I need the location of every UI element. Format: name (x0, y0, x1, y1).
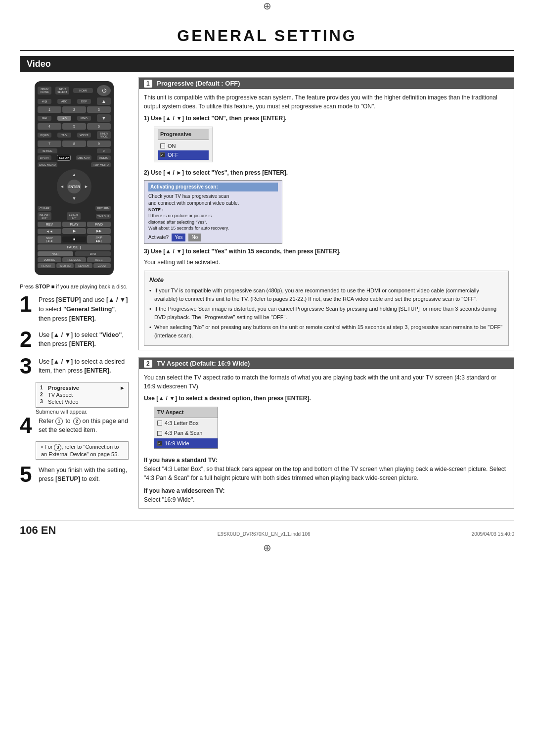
tuv-btn[interactable]: TUV (57, 133, 71, 138)
hdmi-btn[interactable]: HDMI (73, 88, 93, 93)
stop-btn[interactable]: ■ (62, 236, 86, 242)
zoom-btn[interactable]: ZOOM (93, 263, 111, 268)
play-speed-btn[interactable]: 1.3x0.4xPLAY (67, 212, 81, 220)
space-btn[interactable]: SPACE (38, 148, 57, 153)
instant-skip-btn[interactable]: INSTANTSKIP (38, 212, 51, 220)
display-btn[interactable]: DISPLAY (76, 155, 91, 160)
activate-row: Activate? Yes No (148, 234, 278, 241)
submenu-label-tvaspect: TV Aspect (48, 392, 73, 398)
activate-no[interactable]: No (188, 234, 201, 241)
if-widescreen-tv-block: If you have a widescreen TV: Select "16:… (144, 486, 509, 504)
jkl-btn[interactable]: ☻5 (57, 116, 71, 121)
num-7-btn[interactable]: 7 (38, 141, 61, 147)
hash-btn[interactable]: #/@ (38, 99, 51, 104)
play-btn2[interactable]: ▶ (62, 228, 86, 234)
submenu-num-3: 3 (40, 399, 46, 404)
enter-btn[interactable]: ENTER (67, 180, 81, 193)
step-3-num: 3 (20, 355, 35, 377)
pause-btn[interactable]: PAUSE ‖ (38, 244, 111, 250)
disc-menu-btn[interactable]: DISC MENU (38, 162, 57, 167)
remote-row-pqrs: PQRS TUV WXYZ TIMERPROG. (38, 131, 111, 139)
num-5-btn[interactable]: 5 (62, 123, 86, 130)
off-label: OFF (168, 151, 178, 159)
step-3-text: Use [▲ / ▼] to select a desired item, th… (39, 355, 129, 376)
up-arrow-btn[interactable]: ▲ (97, 97, 111, 105)
dubbing-btn[interactable]: DUBBING (38, 257, 61, 262)
setup-btn[interactable]: SETUP (57, 155, 71, 161)
audio-btn[interactable]: AUDIO (97, 155, 111, 160)
remote-row-antenna: #/@ ABC DEF ▲ (38, 97, 111, 105)
power-btn[interactable]: ⏻ (97, 85, 111, 96)
tv-aspect-title: TV Aspect (Default: 16:9 Wide) (157, 360, 250, 367)
time-slip-btn[interactable]: TIME SLIP (96, 214, 111, 219)
nav-down-btn[interactable]: ▼ (72, 196, 77, 201)
wxyz-btn[interactable]: WXYZ (77, 133, 91, 138)
open-close-btn[interactable]: OPEN/CLOSE (38, 87, 51, 94)
on-label: ON (168, 142, 176, 150)
activate-yes[interactable]: Yes (172, 234, 185, 241)
num-grid-2: 4 5 6 (38, 123, 111, 130)
rev-btn[interactable]: REV (38, 222, 61, 227)
activate-note3: Wait about 15 seconds for auto recovery. (148, 226, 229, 231)
submenu-item-2: 2 TV Aspect (40, 391, 124, 398)
pqrs-btn[interactable]: PQRS (38, 133, 51, 138)
num-8-btn[interactable]: 8 (62, 141, 86, 147)
num-4-btn[interactable]: 4 (38, 123, 61, 130)
fwd-btn[interactable]: FWD (87, 222, 111, 227)
progressive-option-on: ON (158, 142, 209, 151)
submenu-note: Submenu will appear. (36, 409, 129, 415)
nav-circle: ▲ ▼ ◄ ► ENTER (57, 169, 91, 204)
timer-set-btn[interactable]: TIMER SET (56, 263, 74, 268)
nav-up-btn[interactable]: ▲ (72, 172, 77, 177)
submenu-label-progressive: Progressive (48, 385, 79, 391)
input-select-btn[interactable]: INPUTSELECT (55, 87, 69, 94)
num-6-btn[interactable]: 6 (87, 123, 111, 130)
note-item-2: If the Progressive Scan image is distort… (149, 305, 503, 321)
section-heading: Video (20, 56, 514, 72)
rec-btn[interactable]: REC ● (87, 257, 111, 262)
submenu-num-1: 1 (40, 385, 46, 390)
tv-aspect-num: 2 (144, 360, 152, 368)
nav-left-btn[interactable]: ◄ (60, 184, 64, 189)
if-standard-tv-block: If you have a standard TV: Select "4:3 L… (144, 456, 509, 482)
nav-right-btn[interactable]: ► (84, 184, 89, 189)
progressive-header: 1 Progressive (Default : OFF) (139, 78, 514, 89)
num-9-btn[interactable]: 9 (87, 141, 111, 147)
dvd-btn[interactable]: DVD (75, 251, 111, 256)
num-0-btn[interactable]: 0 (97, 148, 111, 153)
activate-line1: Check your TV has progressive scan (148, 193, 278, 200)
play-btn[interactable]: PLAY (62, 222, 86, 227)
ghi-btn[interactable]: GHI (38, 116, 51, 121)
page-number: 106 EN (20, 524, 56, 537)
step-1-block: 1 Press [SETUP] and use [▲ / ▼] to selec… (20, 293, 129, 323)
top-menu-btn[interactable]: TOP MENU (91, 162, 111, 167)
rec-mode-btn[interactable]: REC MODE (62, 257, 86, 262)
mno-btn[interactable]: MNO (77, 116, 91, 121)
rew-btn[interactable]: ◄◄ (38, 229, 61, 234)
ff-btn[interactable]: ▶▶ (87, 228, 111, 234)
down-arrow-btn[interactable]: ▼ (97, 114, 111, 122)
repeat-btn[interactable]: REPEAT (38, 263, 55, 268)
search-btn[interactable]: SEARCH (75, 263, 92, 268)
panscan-label: 4:3 Pan & Scan (165, 429, 202, 437)
abc-btn[interactable]: ABC (57, 99, 71, 104)
timer-prog-btn[interactable]: TIMERPROG. (97, 131, 111, 139)
num-1-btn[interactable]: 1 (38, 106, 61, 113)
clear-btn[interactable]: CLEAR (38, 206, 51, 211)
remote-control: OPEN/CLOSE INPUTSELECT HDMI ⏻ #/@ ABC DE… (35, 81, 114, 275)
dtv-tv-btn[interactable]: DTV/TV (38, 155, 51, 160)
for-note-box: • For 3, refer to "Connection to an Exte… (36, 441, 129, 460)
remote-row-top: OPEN/CLOSE INPUTSELECT HDMI ⏻ (38, 85, 111, 96)
activate-note-title: NOTE : (148, 207, 164, 212)
step-5-block: 5 When you finish with the setting, pres… (20, 464, 129, 485)
def-btn[interactable]: DEF (77, 99, 91, 104)
progressive-option-off: OFF (158, 150, 209, 160)
vcr-btn[interactable]: VCR (38, 251, 73, 256)
note-list: If your TV is compatible with progressiv… (149, 286, 503, 339)
num-2-btn[interactable]: 2 (62, 106, 86, 113)
skip-prev-btn[interactable]: SKIP|◄◄ (38, 236, 61, 243)
skip-next-btn[interactable]: SKIP▶▶| (87, 235, 111, 243)
num-3-btn[interactable]: 3 (87, 106, 111, 113)
tv-aspect-section: 2 TV Aspect (Default: 16:9 Wide) You can… (138, 357, 514, 509)
return-btn[interactable]: RETURN (95, 206, 111, 211)
